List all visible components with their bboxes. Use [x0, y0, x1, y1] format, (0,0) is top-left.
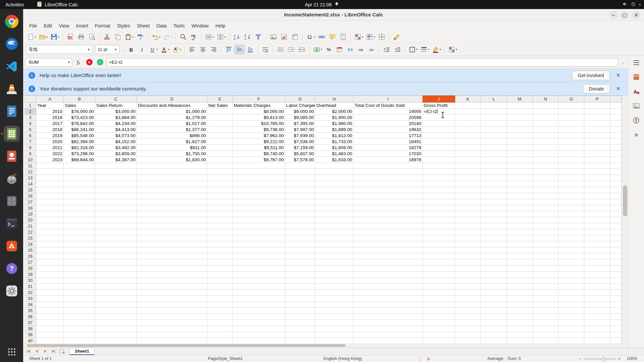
- cell-G14[interactable]: [285, 181, 315, 187]
- cell-L29[interactable]: [481, 272, 507, 278]
- terminal-icon[interactable]: [4, 216, 20, 232]
- cell-K21[interactable]: [455, 223, 481, 229]
- cell-O10[interactable]: [558, 157, 584, 163]
- column-header-F[interactable]: F: [233, 96, 285, 103]
- cell-O33[interactable]: [558, 296, 584, 302]
- cell-H2[interactable]: $2,000.00: [315, 109, 354, 115]
- cell-O18[interactable]: [558, 205, 584, 211]
- cell-G1[interactable]: Labor Charges: [285, 103, 315, 109]
- cell-E15[interactable]: [207, 187, 233, 193]
- cell-K2[interactable]: [455, 109, 481, 115]
- cell-K4[interactable]: [455, 121, 481, 127]
- cell-M36[interactable]: [507, 314, 533, 320]
- column-header-O[interactable]: O: [558, 96, 584, 103]
- cell-F25[interactable]: [233, 247, 285, 253]
- cell-P31[interactable]: [584, 284, 610, 290]
- cell-x4[interactable]: [610, 121, 622, 127]
- cell-L18[interactable]: [481, 205, 507, 211]
- cell-B40[interactable]: [64, 338, 95, 344]
- next-sheet-icon[interactable]: [42, 348, 49, 355]
- cell-O34[interactable]: [558, 302, 584, 308]
- cell-K9[interactable]: [455, 151, 481, 157]
- cell-J7[interactable]: [423, 139, 455, 145]
- cell-J25[interactable]: [423, 247, 455, 253]
- cell-H33[interactable]: [315, 296, 354, 302]
- column-header-I[interactable]: I: [354, 96, 423, 103]
- cell-L23[interactable]: [481, 235, 507, 241]
- insert-chart-icon[interactable]: [279, 32, 289, 42]
- zoom-slider-handle[interactable]: [602, 357, 605, 361]
- cell-M29[interactable]: [507, 272, 533, 278]
- cell-D38[interactable]: [137, 326, 207, 332]
- cell-L15[interactable]: [481, 187, 507, 193]
- cell-C29[interactable]: [95, 272, 137, 278]
- cell-E5[interactable]: [207, 127, 233, 133]
- align-right-icon[interactable]: [209, 45, 219, 54]
- language-status[interactable]: English (Hong Kong): [323, 356, 362, 361]
- cell-A5[interactable]: 2018: [36, 127, 64, 133]
- cell-H18[interactable]: [315, 205, 354, 211]
- cell-N10[interactable]: [533, 157, 558, 163]
- cell-D23[interactable]: [137, 235, 207, 241]
- cell-P5[interactable]: [584, 127, 610, 133]
- cell-B34[interactable]: [64, 302, 95, 308]
- cell-E34[interactable]: [207, 302, 233, 308]
- row-header-19[interactable]: 19: [24, 211, 36, 217]
- cell-I8[interactable]: 18279: [354, 145, 423, 151]
- cut-icon[interactable]: [102, 32, 112, 42]
- cancel-formula-button[interactable]: ✕: [85, 58, 94, 67]
- cell-J35[interactable]: [423, 308, 455, 314]
- cell-x35[interactable]: [610, 308, 622, 314]
- cell-E6[interactable]: [207, 133, 233, 139]
- cell-G20[interactable]: [285, 217, 315, 223]
- cell-H34[interactable]: [315, 302, 354, 308]
- cell-K30[interactable]: [455, 278, 481, 284]
- gallery-icon[interactable]: [632, 102, 641, 110]
- cell-O38[interactable]: [558, 326, 584, 332]
- cell-O6[interactable]: [558, 133, 584, 139]
- cell-F33[interactable]: [233, 296, 285, 302]
- cell-O36[interactable]: [558, 314, 584, 320]
- cell-C26[interactable]: [95, 253, 137, 259]
- cell-K7[interactable]: [455, 139, 481, 145]
- cell-J18[interactable]: [423, 205, 455, 211]
- cell-L21[interactable]: [481, 223, 507, 229]
- cell-J26[interactable]: [423, 253, 455, 259]
- cell-N37[interactable]: [533, 320, 558, 326]
- cell-L14[interactable]: [481, 181, 507, 187]
- cell-N7[interactable]: [533, 139, 558, 145]
- merge-cells-icon[interactable]: [286, 45, 296, 54]
- cell-D18[interactable]: [137, 205, 207, 211]
- wrap-text-icon[interactable]: [260, 45, 270, 54]
- cell-E36[interactable]: [207, 314, 233, 320]
- cell-J28[interactable]: [423, 265, 455, 272]
- add-sheet-icon[interactable]: [58, 348, 66, 355]
- export-pdf-icon[interactable]: PDF: [65, 32, 75, 42]
- column-header-J[interactable]: J: [423, 96, 455, 103]
- cell-H16[interactable]: [315, 193, 354, 199]
- cell-M20[interactable]: [507, 217, 533, 223]
- cell-N17[interactable]: [533, 199, 558, 205]
- cell-x3[interactable]: [610, 115, 622, 121]
- cell-P3[interactable]: [584, 115, 610, 121]
- cell-H40[interactable]: [315, 338, 354, 344]
- cell-N15[interactable]: [533, 187, 558, 193]
- cell-K32[interactable]: [455, 290, 481, 296]
- cell-E28[interactable]: [207, 265, 233, 272]
- cell-M33[interactable]: [507, 296, 533, 302]
- cell-P6[interactable]: [584, 133, 610, 139]
- cell-O24[interactable]: [558, 241, 584, 247]
- cell-N26[interactable]: [533, 253, 558, 259]
- row-header-15[interactable]: 15: [24, 187, 36, 193]
- cell-K3[interactable]: [455, 115, 481, 121]
- cell-G10[interactable]: $7,578.00: [285, 157, 315, 163]
- cell-N2[interactable]: [533, 109, 558, 115]
- cell-P36[interactable]: [584, 314, 610, 320]
- menu-sheet[interactable]: Sheet: [133, 22, 153, 30]
- cell-E8[interactable]: [207, 145, 233, 151]
- cell-C19[interactable]: [95, 211, 137, 217]
- cell-H12[interactable]: [315, 169, 354, 175]
- cell-G39[interactable]: [285, 332, 315, 338]
- cell-x27[interactable]: [610, 259, 622, 265]
- cell-H30[interactable]: [315, 278, 354, 284]
